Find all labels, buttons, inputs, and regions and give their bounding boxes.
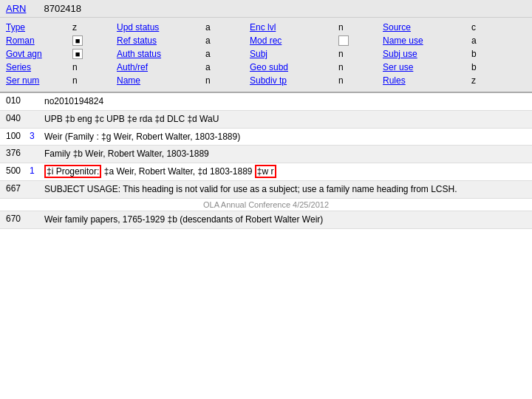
table-row: 100 3 Weir (Family : ‡g Weir, Robert Wal…: [0, 129, 532, 146]
table-row: 376 Family ‡b Weir, Robert Walter, 1803-…: [0, 146, 532, 163]
ind-500: 1: [30, 166, 44, 176]
data-667: SUBJECT USAGE: This heading is not valid…: [44, 183, 532, 196]
tag-010: 010: [0, 95, 30, 106]
data-100: Weir (Family : ‡g Weir, Robert Walter, 1…: [44, 131, 532, 143]
tag-500: 500: [0, 166, 30, 176]
field-label-upd-status[interactable]: Upd status: [117, 22, 205, 33]
field-label-subdiv-tp[interactable]: Subdiv tp: [250, 75, 338, 86]
watermark-row: OLA Annual Conference 4/25/2012: [0, 199, 532, 211]
data-040: UPB ‡b eng ‡c UPB ‡e rda ‡d DLC ‡d WaU: [44, 113, 532, 126]
field-label-roman[interactable]: Roman: [6, 35, 72, 46]
field-label-type[interactable]: Type: [6, 22, 72, 33]
field-value-series: n: [72, 62, 117, 72]
data-500-highlight: ‡w r: [255, 165, 276, 178]
field-value-auth-ref: a: [205, 62, 250, 72]
field-value-mod-rec: [338, 35, 383, 46]
field-value-auth-status: a: [205, 49, 250, 59]
field-label-ser-use[interactable]: Ser use: [383, 62, 471, 72]
field-label-ref-status[interactable]: Ref status: [117, 35, 205, 46]
fields-section: Type z Upd status a Enc lvl n Source c R…: [0, 18, 532, 93]
field-value-name-use: a: [471, 35, 501, 46]
data-500-middle: ‡a Weir, Robert Walter, ‡d 1803-1889: [104, 166, 253, 177]
field-value-ser-use: b: [471, 62, 501, 72]
field-value-subj: n: [338, 49, 383, 59]
table-row: 670 Weir family papers, 1765-1929 ‡b (de…: [0, 211, 532, 229]
field-label-series[interactable]: Series: [6, 62, 72, 72]
data-670: Weir family papers, 1765-1929 ‡b (descen…: [44, 214, 532, 226]
field-value-subj-use: b: [471, 49, 501, 59]
field-value-rules: z: [471, 75, 501, 86]
field-label-mod-rec[interactable]: Mod rec: [250, 35, 338, 46]
field-value-enc-lvl: n: [338, 22, 383, 33]
data-376: Family ‡b Weir, Robert Walter, 1803-1889: [44, 148, 532, 160]
fields-grid: Type z Upd status a Enc lvl n Source c R…: [6, 22, 526, 86]
field-value-geo-subd: n: [338, 62, 383, 72]
field-label-rules[interactable]: Rules: [383, 75, 471, 86]
arn-value: 8702418: [44, 3, 81, 14]
ind-100: 3: [30, 131, 44, 141]
field-label-auth-ref[interactable]: Auth/ref: [117, 62, 205, 72]
field-label-auth-status[interactable]: Auth status: [117, 49, 205, 59]
arn-link[interactable]: ARN: [6, 3, 26, 14]
field-value-source: c: [471, 22, 501, 33]
tag-376: 376: [0, 148, 30, 158]
field-value-ser-num: n: [72, 75, 117, 86]
data-010: no2010194824: [44, 95, 532, 108]
header-bar: ARN 8702418: [0, 0, 532, 18]
data-500-pre-highlight: ‡i Progenitor:: [44, 165, 101, 178]
tag-667: 667: [0, 183, 30, 194]
field-label-govt-agn[interactable]: Govt agn: [6, 49, 72, 59]
data-500: ‡i Progenitor: ‡a Weir, Robert Walter, ‡…: [44, 166, 532, 178]
field-label-enc-lvl[interactable]: Enc lvl: [250, 22, 338, 33]
field-value-subdiv-tp: n: [338, 75, 383, 86]
table-row: 010 no2010194824: [0, 93, 532, 111]
field-label-ser-num[interactable]: Ser num: [6, 75, 72, 86]
field-label-geo-subd[interactable]: Geo subd: [250, 62, 338, 72]
field-value-upd-status: a: [205, 22, 250, 33]
table-row: 040 UPB ‡b eng ‡c UPB ‡e rda ‡d DLC ‡d W…: [0, 111, 532, 129]
field-value-name: n: [205, 75, 250, 86]
data-section: 010 no2010194824 040 UPB ‡b eng ‡c UPB ‡…: [0, 93, 532, 229]
tag-100: 100: [0, 131, 30, 141]
field-value-roman: ■: [72, 35, 117, 46]
table-row: 500 1 ‡i Progenitor: ‡a Weir, Robert Wal…: [0, 163, 532, 181]
field-label-subj[interactable]: Subj: [250, 49, 338, 59]
field-label-name-use[interactable]: Name use: [383, 35, 471, 46]
watermark-text: OLA Annual Conference 4/25/2012: [0, 200, 532, 209]
field-value-govt-agn: ■: [72, 49, 117, 59]
table-row: 667 SUBJECT USAGE: This heading is not v…: [0, 181, 532, 199]
field-label-subj-use[interactable]: Subj use: [383, 49, 471, 59]
field-label-source[interactable]: Source: [383, 22, 471, 33]
field-label-name[interactable]: Name: [117, 75, 205, 86]
field-value-type: z: [72, 22, 117, 33]
tag-670: 670: [0, 214, 30, 224]
tag-040: 040: [0, 113, 30, 123]
field-value-ref-status: a: [205, 35, 250, 46]
